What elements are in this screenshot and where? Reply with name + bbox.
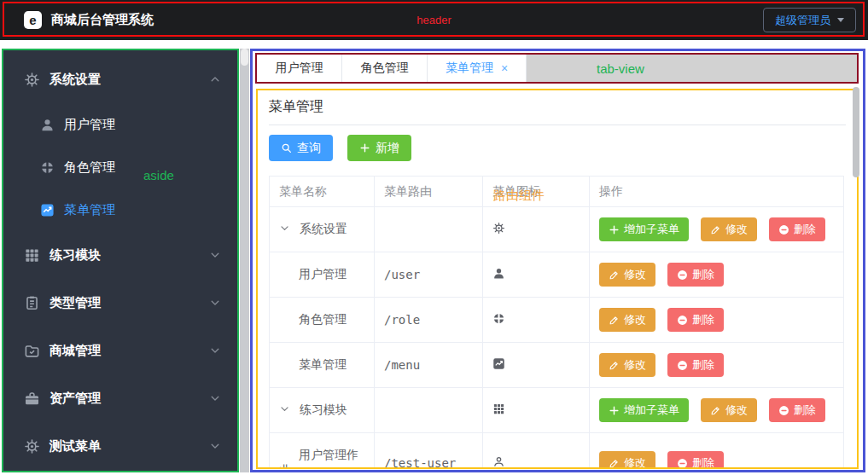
suitcase-icon [24, 391, 40, 407]
menu-route [375, 207, 483, 252]
tab-label: 角色管理 [361, 61, 409, 76]
edit-label: 修改 [624, 357, 646, 373]
search-icon [281, 142, 292, 154]
sidebar-item-mall-management[interactable]: 商城管理 [3, 327, 237, 374]
delete-button[interactable]: 删除 [667, 451, 724, 469]
router-annotation-label: 路由组件 [493, 188, 545, 204]
user-icon [40, 118, 55, 132]
menu-name: 系统设置 [300, 222, 347, 235]
plus-icon [609, 224, 620, 235]
query-button-label: 查询 [297, 141, 321, 156]
sidebar-item-role-management[interactable]: 角色管理 [3, 146, 237, 188]
edit-pen-icon [609, 360, 620, 371]
tab-role-management[interactable]: 角色管理 [342, 55, 428, 82]
chevron-down-icon [209, 249, 221, 261]
plus-icon [359, 142, 370, 154]
divider [269, 125, 846, 125]
delete-button[interactable]: 删除 [769, 217, 825, 241]
edit-button[interactable]: 修改 [701, 217, 757, 241]
delete-label: 删除 [692, 455, 714, 469]
expand-arrow-icon[interactable] [279, 403, 290, 414]
edit-button[interactable]: 修改 [701, 398, 757, 422]
grid-icon [24, 247, 40, 264]
app-root: e 商城后台管理系统 header 超级管理员 系统设置 用户管理 角色管理 菜… [0, 0, 868, 475]
delete-label: 删除 [692, 357, 714, 373]
add-child-menu-button[interactable]: 增加子菜单 [599, 217, 689, 241]
sidebar-item-user-management[interactable]: 用户管理 [3, 103, 237, 146]
column-header-menu-route: 菜单路由 [375, 177, 483, 207]
sidebar-item-test-menu[interactable]: 测试菜单 [3, 422, 237, 470]
add-button-label: 新增 [376, 141, 399, 156]
edit-label: 修改 [725, 222, 748, 237]
expand-arrow-icon[interactable] [279, 223, 290, 234]
header: e 商城后台管理系统 header 超级管理员 [0, 0, 868, 40]
menu-route [375, 388, 483, 433]
caret-down-icon [837, 18, 844, 26]
edit-pen-icon [609, 458, 620, 469]
table-row: 系统设置 增加子菜单 修改 [270, 207, 844, 252]
tab-label: 菜单管理 [446, 61, 493, 76]
user-menu-label: 超级管理员 [775, 13, 830, 28]
sidebar-item-practice-module[interactable]: 练习模块 [3, 231, 237, 279]
sidebar-item-menu-management[interactable]: 菜单管理 [3, 188, 237, 231]
toolbar: 查询 新增 路由组件 [269, 135, 846, 161]
sidebar-item-system-settings[interactable]: 系统设置 [3, 55, 237, 103]
minus-circle-icon [677, 269, 688, 281]
table-row: 练习模块 增加子菜单 修改 [270, 388, 844, 433]
query-button[interactable]: 查询 [269, 135, 333, 161]
sidebar-item-label: 角色管理 [64, 159, 115, 176]
page-scrollbar-thumb[interactable] [241, 49, 248, 66]
table-row: 角色管理 /role 修改 删除 [270, 298, 844, 343]
tab-view: 用户管理 角色管理 菜单管理 × tab-view [255, 53, 859, 84]
content-scrollbar-thumb[interactable] [853, 87, 859, 177]
edit-button[interactable]: 修改 [599, 263, 655, 287]
tab-user-management[interactable]: 用户管理 [257, 55, 342, 82]
router-view-content: 菜单管理 查询 新增 路由组件 菜单名称 菜单路由 [256, 89, 859, 469]
edit-button[interactable]: 修改 [599, 451, 655, 469]
delete-button[interactable]: 删除 [667, 263, 724, 287]
sidebar-item-label: 练习模块 [50, 247, 209, 264]
minus-circle-icon [677, 360, 688, 371]
user-menu-button[interactable]: 超级管理员 [763, 8, 856, 32]
sidebar-item-label: 商城管理 [50, 343, 209, 359]
sidebar-item-type-management[interactable]: 类型管理 [3, 279, 237, 327]
add-child-menu-button[interactable]: 增加子菜单 [599, 398, 689, 422]
close-icon[interactable]: × [501, 62, 508, 74]
menu-table: 菜单名称 菜单路由 菜单图标 操作 系统设置 [269, 176, 844, 469]
delete-button[interactable]: 删除 [667, 308, 724, 332]
edit-pen-icon [710, 224, 721, 235]
grid-icon [492, 403, 505, 415]
minus-circle-icon [677, 315, 688, 326]
minus-circle-icon [778, 224, 789, 235]
minus-circle-icon [778, 405, 789, 416]
table-header-row: 菜单名称 菜单路由 菜单图标 操作 [270, 177, 844, 207]
edit-button[interactable]: 修改 [599, 353, 655, 377]
minus-circle-icon [677, 458, 688, 469]
tab-label: 用户管理 [276, 61, 323, 76]
user-outline-icon [492, 455, 505, 468]
column-header-menu-name: 菜单名称 [270, 177, 375, 207]
user-icon [492, 267, 505, 280]
delete-button[interactable]: 删除 [667, 353, 724, 377]
app-logo-icon: e [24, 11, 42, 29]
edit-button[interactable]: 修改 [599, 308, 655, 332]
delete-label: 删除 [692, 267, 714, 282]
tab-menu-management[interactable]: 菜单管理 × [428, 55, 527, 82]
edit-label: 修改 [624, 312, 646, 327]
sidebar: 系统设置 用户管理 角色管理 菜单管理 练习模块 类型管理 商城管理 [2, 49, 239, 472]
edit-pen-icon [710, 405, 721, 416]
chevron-down-icon [209, 297, 221, 309]
menu-route: /test-user [375, 433, 483, 470]
delete-button[interactable]: 删除 [769, 398, 825, 422]
aim-icon [492, 312, 505, 325]
add-button[interactable]: 新增 [347, 135, 411, 161]
sidebar-item-asset-management[interactable]: 资产管理 [3, 374, 237, 422]
tab-bar-filler: tab-view [527, 55, 857, 82]
delete-label: 删除 [692, 312, 714, 327]
plus-icon [609, 405, 620, 416]
trend-chart-icon [492, 357, 505, 370]
delete-label: 删除 [794, 403, 816, 418]
page-scrollbar[interactable] [240, 49, 249, 472]
gear-icon [24, 72, 40, 88]
edit-label: 修改 [624, 267, 646, 282]
